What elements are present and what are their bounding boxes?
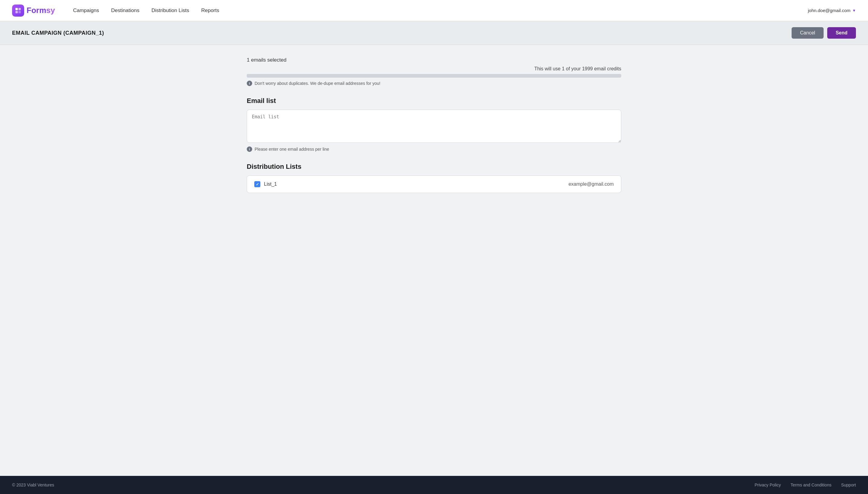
privacy-policy-link[interactable]: Privacy Policy bbox=[754, 482, 781, 487]
footer: © 2023 Viabl Ventures Privacy Policy Ter… bbox=[0, 476, 868, 494]
subheader-actions: Cancel Send bbox=[792, 27, 856, 39]
send-button[interactable]: Send bbox=[827, 27, 856, 39]
distribution-checkbox[interactable] bbox=[254, 181, 260, 187]
list-email: example@gmail.com bbox=[568, 182, 614, 187]
terms-conditions-link[interactable]: Terms and Conditions bbox=[791, 482, 831, 487]
logo-text: Formsy bbox=[26, 6, 55, 15]
subheader: EMAIL CAMPAIGN (CAMPAIGN_1) Cancel Send bbox=[0, 21, 868, 45]
nav-campaigns[interactable]: Campaigns bbox=[73, 7, 99, 14]
email-list-section: Email list i Please enter one email addr… bbox=[247, 97, 621, 152]
logo-icon bbox=[12, 4, 24, 17]
nav-links: Campaigns Destinations Distribution List… bbox=[73, 7, 808, 14]
svg-rect-2 bbox=[15, 11, 18, 13]
dropdown-arrow-icon: ▼ bbox=[852, 8, 856, 13]
info-icon: i bbox=[247, 81, 252, 86]
distribution-item: List_1 example@gmail.com bbox=[247, 175, 621, 193]
campaign-title: EMAIL CAMPAIGN (CAMPAIGN_1) bbox=[12, 30, 104, 36]
svg-rect-0 bbox=[15, 8, 18, 10]
email-list-textarea[interactable] bbox=[247, 110, 621, 143]
user-menu[interactable]: john.doe@gmail.com ▼ bbox=[808, 8, 856, 13]
footer-copyright: © 2023 Viabl Ventures bbox=[12, 482, 54, 487]
logo-link[interactable]: Formsy bbox=[12, 4, 55, 17]
user-email: john.doe@gmail.com bbox=[808, 8, 850, 13]
navbar: Formsy Campaigns Destinations Distributi… bbox=[0, 0, 868, 21]
emails-selected-section: 1 emails selected This will use 1 of you… bbox=[247, 57, 621, 86]
cancel-button[interactable]: Cancel bbox=[792, 27, 824, 39]
distribution-section: Distribution Lists List_1 example@gmail.… bbox=[247, 163, 621, 193]
svg-rect-3 bbox=[18, 11, 21, 13]
progress-bar-fill bbox=[247, 74, 247, 78]
progress-bar-container bbox=[247, 74, 621, 78]
emails-selected-label: 1 emails selected bbox=[247, 57, 621, 63]
email-list-heading: Email list bbox=[247, 97, 621, 105]
support-link[interactable]: Support bbox=[841, 482, 856, 487]
email-list-hint: i Please enter one email address per lin… bbox=[247, 147, 621, 152]
main-content: 1 emails selected This will use 1 of you… bbox=[235, 45, 633, 476]
footer-links: Privacy Policy Terms and Conditions Supp… bbox=[754, 482, 856, 487]
distribution-item-left: List_1 bbox=[254, 181, 277, 187]
dedup-note: i Don't worry about duplicates. We de-du… bbox=[247, 81, 621, 86]
nav-distribution-lists[interactable]: Distribution Lists bbox=[151, 7, 189, 14]
nav-reports[interactable]: Reports bbox=[201, 7, 219, 14]
hint-info-icon: i bbox=[247, 147, 252, 152]
list-name: List_1 bbox=[264, 182, 277, 187]
credits-info: This will use 1 of your 1999 email credi… bbox=[247, 66, 621, 72]
distribution-heading: Distribution Lists bbox=[247, 163, 621, 171]
svg-rect-1 bbox=[18, 8, 21, 10]
nav-destinations[interactable]: Destinations bbox=[111, 7, 139, 14]
